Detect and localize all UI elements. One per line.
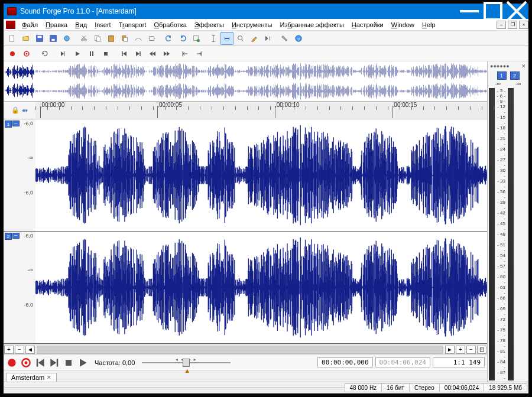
mdi-minimize-button[interactable]: – — [497, 21, 506, 29]
copy-button[interactable] — [91, 32, 104, 45]
tab-close-icon[interactable]: ✕ — [47, 375, 51, 380]
menu-favorites[interactable]: Избранные эффекты — [276, 20, 347, 30]
svg-rect-20 — [150, 36, 154, 40]
forward-button[interactable] — [160, 48, 173, 60]
menu-window[interactable]: Window — [388, 20, 418, 30]
redo-button[interactable] — [176, 32, 189, 45]
maximize-button[interactable] — [481, 4, 505, 19]
pencil-tool-button[interactable] — [248, 32, 261, 45]
meters-close-icon[interactable]: ✕ — [521, 63, 526, 69]
overview-panel[interactable] — [4, 61, 487, 102]
play-button[interactable] — [71, 48, 84, 60]
stop-button-2[interactable] — [63, 357, 74, 368]
channel-2-gutter: 2− -6,0 -∞ -6,0 — [4, 232, 35, 343]
minimize-button[interactable] — [458, 4, 481, 19]
meter-ch2-button[interactable]: 2 — [510, 71, 520, 80]
paste-button[interactable] — [105, 32, 118, 45]
status-duration[interactable]: 00:04:06,024 — [439, 383, 484, 392]
zoom-fit-button[interactable]: ⊡ — [477, 346, 486, 354]
time-ruler[interactable]: ,00:00:00,00:00:05,00:00:10,00:00:15 — [35, 102, 487, 119]
channel-1-collapse[interactable]: − — [12, 121, 20, 126]
go-end-button[interactable] — [132, 48, 145, 60]
overview-waveform[interactable] — [35, 61, 487, 101]
zoom-ratio-box[interactable]: 1:1 149 — [433, 357, 485, 367]
cursor-next-button[interactable] — [193, 48, 206, 60]
open-button[interactable] — [20, 32, 33, 45]
time-current-box[interactable]: 00:00:00,000 — [317, 357, 372, 367]
play-button-2[interactable] — [77, 357, 89, 368]
edit-tool-button[interactable] — [207, 32, 220, 45]
workspace: 🔒 ⇹ ,00:00:00,00:00:05,00:00:10,00:00:15… — [4, 61, 528, 382]
go-start-button-2[interactable] — [34, 357, 46, 368]
stop-button[interactable] — [99, 48, 112, 60]
time-total-box[interactable]: 00:04:06,024 — [375, 357, 430, 367]
menu-transport[interactable]: Transport — [115, 20, 150, 30]
zoom-tool-button[interactable] — [234, 32, 247, 45]
mdi-restore-button[interactable]: ❐ — [508, 21, 517, 29]
playback-rate-slider[interactable]: ◄◄ ►► ▲ — [142, 359, 231, 367]
internet-button[interactable] — [60, 32, 73, 45]
cut-button[interactable] — [77, 32, 90, 45]
channel-1-number[interactable]: 1 — [5, 121, 12, 128]
menu-insert[interactable]: Insert — [91, 20, 115, 30]
settings-button[interactable] — [278, 32, 291, 45]
go-end-button-2[interactable] — [48, 357, 60, 368]
horizontal-scrollbar[interactable] — [37, 346, 443, 354]
scroll-right-button[interactable]: ► — [445, 346, 455, 354]
channel-2-collapse[interactable]: − — [12, 233, 20, 239]
trim-button[interactable] — [145, 32, 158, 45]
magnify-tool-button[interactable] — [220, 32, 233, 45]
crossfade-button[interactable] — [132, 32, 145, 45]
menu-edit[interactable]: Правка — [42, 20, 71, 30]
tab-amsterdam[interactable]: Amsterdam ✕ — [6, 373, 57, 382]
channel-1-waveform[interactable] — [35, 119, 487, 231]
meter-ch1-button[interactable]: 1 — [497, 71, 507, 80]
meters-grip-icon[interactable]: ●●●●●● — [490, 63, 510, 69]
cursor-prev-button[interactable] — [179, 48, 192, 60]
channel-2-number[interactable]: 2 — [5, 233, 12, 240]
menu-settings[interactable]: Настройки — [348, 20, 387, 30]
channel-2-waveform[interactable] — [35, 232, 487, 343]
lock-icon[interactable]: 🔒 — [11, 106, 20, 114]
mdi-close-button[interactable]: × — [519, 21, 528, 29]
status-bit-depth[interactable]: 16 бит — [381, 383, 410, 392]
record-button[interactable] — [6, 48, 19, 60]
rewind-button[interactable] — [146, 48, 159, 60]
menu-help[interactable]: Help — [419, 20, 439, 30]
menu-process[interactable]: Обработка — [150, 20, 190, 30]
mix-button[interactable] — [118, 32, 131, 45]
statusbar: 48 000 Hz 16 бит Стерео 00:04:06,024 18 … — [4, 382, 528, 393]
menu-file[interactable]: Файл — [18, 20, 41, 30]
play-all-button[interactable] — [57, 48, 70, 60]
svg-point-24 — [197, 38, 200, 41]
menu-tools[interactable]: Инструменты — [228, 20, 276, 30]
transport-toolbar — [4, 46, 528, 61]
snap-icon[interactable]: ⇹ — [22, 106, 28, 115]
svg-rect-6 — [38, 35, 42, 38]
zoom-in-vert-button[interactable]: + — [4, 346, 14, 354]
meter-ch1-peak: -∞ — [495, 81, 501, 87]
scroll-left-button[interactable]: ◄ — [25, 346, 35, 354]
repeat-button[interactable] — [190, 32, 203, 45]
record-arm-button-2[interactable] — [20, 357, 32, 368]
go-start-button[interactable] — [118, 48, 131, 60]
menu-effects[interactable]: Эффекты — [191, 20, 228, 30]
status-disk[interactable]: 18 929,5 Мб — [484, 383, 527, 392]
record-arm-button[interactable] — [20, 48, 33, 60]
save-button[interactable] — [33, 32, 46, 45]
undo-button[interactable] — [163, 32, 176, 45]
status-sample-rate[interactable]: 48 000 Hz — [345, 383, 382, 392]
new-button[interactable] — [6, 32, 19, 45]
close-button[interactable] — [505, 4, 528, 19]
save-as-button[interactable] — [47, 32, 60, 45]
zoom-out-vert-button[interactable]: − — [15, 346, 24, 354]
status-channels[interactable]: Стерео — [409, 383, 440, 392]
help-button[interactable]: ? — [292, 32, 305, 45]
menu-view[interactable]: Вид — [72, 20, 90, 30]
zoom-out-horz-button[interactable]: − — [466, 346, 476, 354]
loop-button[interactable] — [38, 48, 51, 60]
zoom-in-horz-button[interactable]: + — [456, 346, 465, 354]
pause-button[interactable] — [85, 48, 98, 60]
event-tool-button[interactable] — [261, 32, 274, 45]
record-button-2[interactable] — [6, 357, 18, 368]
